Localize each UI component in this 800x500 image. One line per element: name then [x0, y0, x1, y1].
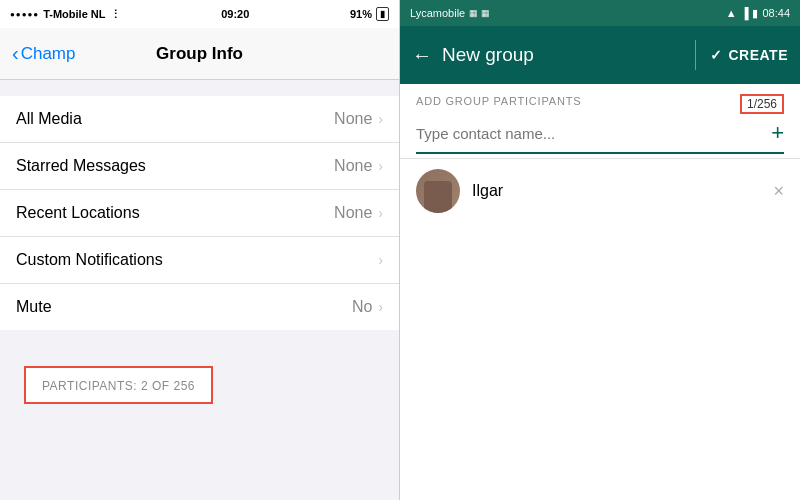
add-participants-section: ADD GROUP PARTICIPANTS 1/256 + — [400, 84, 800, 159]
checkmark-icon: ✓ — [710, 47, 723, 63]
wa-content: ADD GROUP PARTICIPANTS 1/256 + Ilgar × — [400, 84, 800, 500]
chevron-right-icon: › — [378, 111, 383, 127]
menu-value-all-media: None › — [334, 110, 383, 128]
create-label[interactable]: CREATE — [728, 47, 788, 63]
wa-page-title: New group — [442, 44, 681, 66]
wa-header: ← New group ✓ CREATE — [400, 26, 800, 84]
menu-item-mute[interactable]: Mute No › — [0, 284, 399, 330]
search-row: + — [416, 120, 784, 154]
menu-item-all-media[interactable]: All Media None › — [0, 96, 399, 143]
android-signal-icon: ▐ — [741, 7, 749, 19]
android-time: 08:44 — [762, 7, 790, 19]
chevron-right-icon-3: › — [378, 205, 383, 221]
ios-time: 09:20 — [221, 8, 249, 20]
menu-value-starred: None › — [334, 157, 383, 175]
wa-back-button[interactable]: ← — [412, 44, 432, 67]
menu-value-mute: No › — [352, 298, 383, 316]
signal-dots: ●●●●● — [10, 10, 39, 19]
participant-name: Ilgar — [472, 182, 761, 200]
participant-count-badge: 1/256 — [740, 94, 784, 114]
status-right: 91% ▮ — [350, 7, 389, 21]
android-status-right: ▲ ▐ ▮ 08:44 — [726, 7, 790, 20]
header-divider — [695, 40, 696, 70]
add-participants-label: ADD GROUP PARTICIPANTS — [416, 95, 581, 107]
avatar — [416, 169, 460, 213]
menu-item-starred[interactable]: Starred Messages None › — [0, 143, 399, 190]
menu-value-notifications: › — [378, 252, 383, 268]
battery-pct: 91% — [350, 8, 372, 20]
participants-footer-wrapper: PARTICIPANTS: 2 OF 256 — [0, 330, 399, 420]
menu-label-all-media: All Media — [16, 110, 82, 128]
chevron-right-icon-4: › — [378, 252, 383, 268]
carrier-label: T-Mobile NL — [43, 8, 105, 20]
page-title: Group Info — [156, 44, 243, 64]
menu-item-notifications[interactable]: Custom Notifications › — [0, 237, 399, 284]
menu-list: All Media None › Starred Messages None ›… — [0, 96, 399, 330]
menu-label-notifications: Custom Notifications — [16, 251, 163, 269]
participant-item: Ilgar × — [400, 159, 800, 223]
participants-count: PARTICIPANTS: 2 OF 256 — [42, 379, 195, 393]
menu-label-locations: Recent Locations — [16, 204, 140, 222]
android-carrier: Lycamobile — [410, 7, 465, 19]
ios-status-bar: ●●●●● T-Mobile NL ⋮ 09:20 91% ▮ — [0, 0, 399, 28]
ios-nav-bar: ‹ Champ Group Info — [0, 28, 399, 80]
chevron-right-icon-2: › — [378, 158, 383, 174]
android-battery-icon: ▮ — [752, 7, 758, 20]
back-chevron-icon: ‹ — [12, 42, 19, 65]
menu-label-starred: Starred Messages — [16, 157, 146, 175]
avatar-figure — [424, 181, 452, 213]
back-button[interactable]: ‹ Champ — [12, 42, 75, 65]
android-status-bar: Lycamobile ▦ ▦ ▲ ▐ ▮ 08:44 — [400, 0, 800, 26]
add-contact-icon[interactable]: + — [771, 120, 784, 146]
create-button[interactable]: ✓ CREATE — [710, 47, 788, 63]
ios-panel: ●●●●● T-Mobile NL ⋮ 09:20 91% ▮ ‹ Champ … — [0, 0, 400, 500]
status-left: ●●●●● T-Mobile NL ⋮ — [10, 8, 121, 21]
search-input[interactable] — [416, 125, 771, 142]
menu-label-mute: Mute — [16, 298, 52, 316]
battery-icon: ▮ — [376, 7, 389, 21]
sim-icon: ▦ ▦ — [469, 8, 490, 18]
wifi-icon: ⋮ — [110, 8, 121, 21]
menu-item-locations[interactable]: Recent Locations None › — [0, 190, 399, 237]
android-panel: Lycamobile ▦ ▦ ▲ ▐ ▮ 08:44 ← New group ✓… — [400, 0, 800, 500]
android-status-left: Lycamobile ▦ ▦ — [410, 7, 490, 19]
menu-value-locations: None › — [334, 204, 383, 222]
chevron-right-icon-5: › — [378, 299, 383, 315]
back-label[interactable]: Champ — [21, 44, 76, 64]
participants-footer: PARTICIPANTS: 2 OF 256 — [24, 366, 213, 404]
android-wifi-icon: ▲ — [726, 7, 737, 19]
remove-participant-button[interactable]: × — [773, 181, 784, 202]
